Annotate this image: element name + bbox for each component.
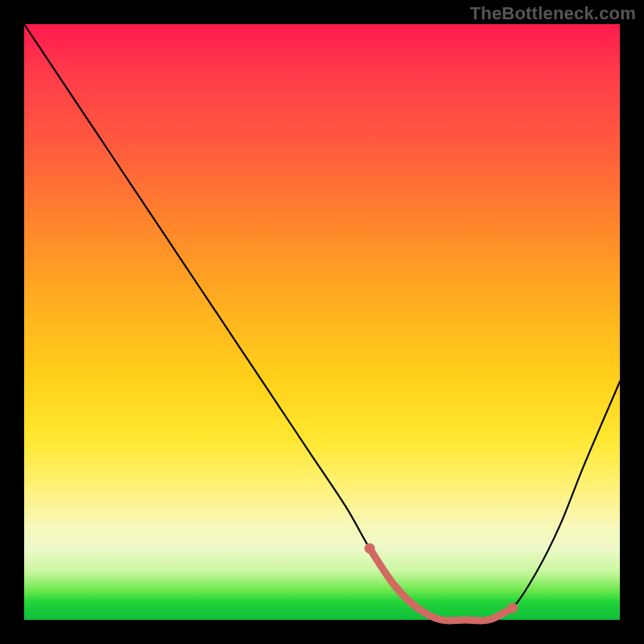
watermark-text: TheBottleneck.com: [470, 3, 636, 24]
curve-svg: [24, 24, 620, 620]
highlight-endpoint: [507, 603, 518, 613]
bottleneck-curve: [24, 24, 620, 621]
highlight-endpoint: [365, 543, 375, 554]
chart-frame: TheBottleneck.com: [0, 0, 644, 644]
optimal-range-highlight: [369, 548, 513, 621]
plot-area: [24, 24, 620, 620]
